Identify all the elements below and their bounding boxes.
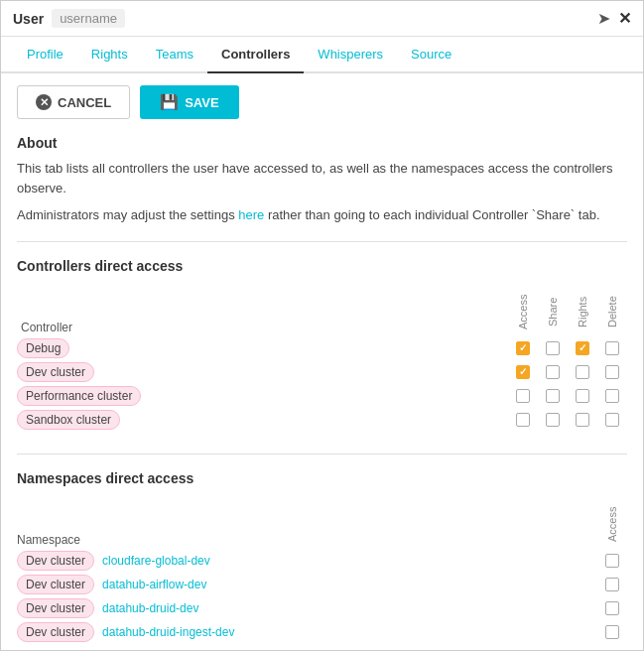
ns-access-col-header: Access bbox=[597, 502, 627, 547]
tab-teams[interactable]: Teams bbox=[142, 37, 207, 73]
share-check-cell bbox=[538, 365, 568, 379]
namespace-name: cloudfare-global-dev bbox=[102, 554, 210, 568]
row-label: Dev cluster bbox=[17, 362, 508, 382]
ns-access-checkbox[interactable] bbox=[605, 625, 619, 639]
col-header-rights: Rights bbox=[568, 290, 597, 334]
tab-profile[interactable]: Profile bbox=[13, 37, 77, 73]
share-checkbox[interactable] bbox=[546, 341, 560, 355]
content-area: ✕ CANCEL 💾 SAVE About This tab lists all… bbox=[1, 73, 643, 643]
controllers-col-headers: Controller Access Share Rights Delete bbox=[17, 290, 627, 334]
table-row: Debug bbox=[17, 338, 627, 358]
about-text-2: Administrators may adjust the settings h… bbox=[17, 205, 627, 225]
access-checkbox[interactable] bbox=[516, 365, 530, 379]
namespace-name: datahub-druid-dev bbox=[102, 601, 198, 615]
namespace-name: datahub-airflow-dev bbox=[102, 578, 206, 591]
table-row: Performance cluster bbox=[17, 386, 627, 406]
ns-col-headers: Namespace Access bbox=[17, 502, 627, 547]
row-checkboxes bbox=[508, 413, 627, 427]
cluster-tag: Dev cluster bbox=[17, 598, 94, 618]
row-checkboxes bbox=[508, 341, 627, 355]
here-link[interactable]: here bbox=[238, 207, 264, 222]
controller-col-label: Controller bbox=[17, 321, 508, 334]
rights-checkbox[interactable] bbox=[576, 341, 589, 355]
delete-checkbox[interactable] bbox=[605, 413, 619, 427]
action-buttons: ✕ CANCEL 💾 SAVE bbox=[17, 85, 627, 119]
tab-controllers[interactable]: Controllers bbox=[207, 37, 304, 73]
namespaces-section: Namespaces direct access Namespace Acces… bbox=[17, 470, 627, 644]
delete-checkbox[interactable] bbox=[605, 365, 619, 379]
ns-access-check-cell bbox=[597, 601, 627, 615]
header-actions: ➤ ✕ bbox=[597, 9, 631, 28]
ns-access-checkbox[interactable] bbox=[605, 578, 619, 591]
share-checkbox[interactable] bbox=[546, 365, 560, 379]
rights-checkbox[interactable] bbox=[576, 389, 589, 403]
rights-check-cell bbox=[568, 341, 597, 355]
ns-access-check-cell bbox=[597, 625, 627, 639]
cluster-tag: Dev cluster bbox=[17, 622, 94, 642]
delete-check-cell bbox=[597, 341, 627, 355]
header-left: User username bbox=[13, 9, 125, 28]
access-check-cell bbox=[508, 389, 538, 403]
about-text-1: This tab lists all controllers the user … bbox=[17, 159, 627, 197]
namespaces-section-title: Namespaces direct access bbox=[17, 470, 627, 486]
row-label: Debug bbox=[17, 338, 508, 358]
save-button[interactable]: 💾 SAVE bbox=[140, 85, 238, 119]
rights-check-cell bbox=[568, 389, 597, 403]
ns-row-labels: Dev cluster cloudfare-global-dev bbox=[17, 551, 597, 571]
ns-access-check-cell bbox=[597, 554, 627, 568]
ns-access-checkbox[interactable] bbox=[605, 601, 619, 615]
share-check-cell bbox=[538, 389, 568, 403]
ns-row-labels: Dev cluster datahub-druid-ingest-dev bbox=[17, 622, 597, 642]
delete-check-cell bbox=[597, 389, 627, 403]
share-checkbox[interactable] bbox=[546, 413, 560, 427]
save-label: SAVE bbox=[185, 95, 218, 110]
ns-access-checkbox[interactable] bbox=[605, 554, 619, 568]
namespace-name: datahub-druid-ingest-dev bbox=[102, 625, 234, 639]
share-checkbox[interactable] bbox=[546, 389, 560, 403]
row-checkboxes bbox=[508, 389, 627, 403]
access-check-cell bbox=[508, 365, 538, 379]
row-label: Sandbox cluster bbox=[17, 410, 508, 430]
delete-check-cell bbox=[597, 365, 627, 379]
controllers-section: Controllers direct access Controller Acc… bbox=[17, 258, 627, 430]
close-icon[interactable]: ✕ bbox=[618, 9, 631, 28]
cancel-label: CANCEL bbox=[58, 95, 111, 110]
access-checkbox[interactable] bbox=[516, 341, 530, 355]
dialog-header: User username ➤ ✕ bbox=[1, 1, 643, 37]
row-checkboxes bbox=[508, 365, 627, 379]
cluster-tag: Dev cluster bbox=[17, 575, 94, 594]
controller-tag: Dev cluster bbox=[17, 362, 94, 382]
row-label: Performance cluster bbox=[17, 386, 508, 406]
tab-whisperers[interactable]: Whisperers bbox=[304, 37, 397, 73]
rights-checkbox[interactable] bbox=[576, 413, 589, 427]
table-row: Dev cluster bbox=[17, 362, 627, 382]
share-check-cell bbox=[538, 413, 568, 427]
controller-tag: Sandbox cluster bbox=[17, 410, 120, 430]
about-title: About bbox=[17, 135, 627, 151]
rights-checkbox[interactable] bbox=[576, 365, 589, 379]
list-item: Dev cluster datahub-airflow-dev bbox=[17, 575, 627, 594]
col-header-share: Share bbox=[538, 290, 568, 334]
tab-source[interactable]: Source bbox=[397, 37, 465, 73]
list-item: Dev cluster cloudfare-global-dev bbox=[17, 551, 627, 571]
list-item: Dev cluster datahub-druid-dev bbox=[17, 598, 627, 618]
username-display: username bbox=[52, 9, 125, 28]
tab-rights[interactable]: Rights bbox=[77, 37, 142, 73]
access-checkbox[interactable] bbox=[516, 389, 530, 403]
access-check-cell bbox=[508, 341, 538, 355]
access-checkbox[interactable] bbox=[516, 413, 530, 427]
ns-label-col: Namespace bbox=[17, 533, 597, 547]
rights-check-cell bbox=[568, 365, 597, 379]
share-check-cell bbox=[538, 341, 568, 355]
cancel-button[interactable]: ✕ CANCEL bbox=[17, 85, 130, 119]
delete-check-cell bbox=[597, 413, 627, 427]
controller-tag: Debug bbox=[17, 338, 69, 358]
divider-1 bbox=[17, 241, 627, 242]
ns-access-check-cell bbox=[597, 578, 627, 591]
delete-checkbox[interactable] bbox=[605, 341, 619, 355]
access-check-cell bbox=[508, 413, 538, 427]
rights-check-cell bbox=[568, 413, 597, 427]
col-header-delete: Delete bbox=[597, 290, 627, 334]
delete-checkbox[interactable] bbox=[605, 389, 619, 403]
pin-icon[interactable]: ➤ bbox=[597, 9, 610, 28]
